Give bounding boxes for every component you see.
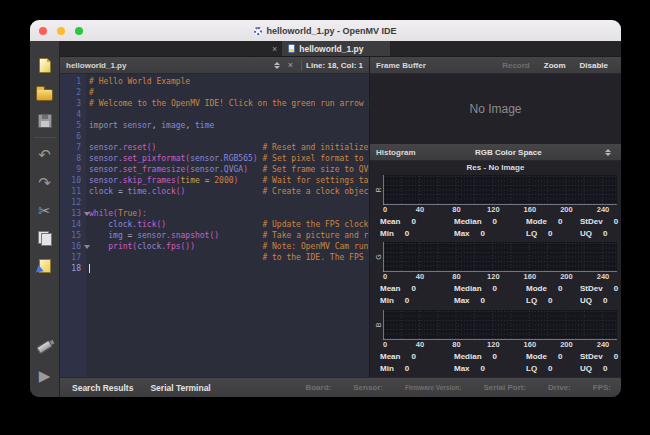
tick-label: 80: [452, 340, 460, 349]
titlebar[interactable]: helloworld_1.py - OpenMV IDE: [30, 20, 621, 41]
toolbar-separator: [34, 137, 56, 138]
stat-label: Min: [380, 229, 394, 238]
line-number: 18: [60, 263, 86, 274]
plot-row: G: [372, 242, 617, 272]
stat-median: Median0: [454, 283, 526, 294]
code-line: while(True):: [89, 208, 369, 219]
frame-buffer-view: No Image: [370, 74, 621, 144]
zoom-button[interactable]: Zoom: [537, 61, 573, 70]
maximize-window-button[interactable]: [75, 27, 83, 35]
stat-mode: Mode0: [526, 216, 580, 227]
stat-label: StDev: [580, 352, 603, 361]
color-space-dropdown-icon[interactable]: [601, 149, 615, 156]
code-line: [89, 131, 369, 142]
stat-value: 0: [548, 364, 552, 373]
stat-label: Max: [454, 364, 470, 373]
code-line: # Welcome to the OpenMV IDE! Click on th…: [89, 98, 369, 109]
code-line: sensor.reset() # Reset and initialize th…: [89, 142, 369, 153]
usb-connect-icon: [36, 340, 53, 355]
traffic-lights: [30, 27, 83, 35]
histogram-channel-R: R04080120160200240Mean0Median0Mode0StDev…: [372, 175, 617, 242]
code-editor[interactable]: 123456789101112131415161718 # Hello Worl…: [60, 74, 369, 377]
code-line: # Hello World Example: [89, 76, 369, 87]
disable-button[interactable]: Disable: [573, 61, 615, 70]
code-line: import sensor, image, time: [89, 120, 369, 131]
minimize-window-button[interactable]: [57, 27, 65, 35]
statusbar-tab-serial-terminal[interactable]: Serial Terminal: [150, 383, 210, 393]
open-file-button[interactable]: [30, 79, 60, 107]
no-image-placeholder: No Image: [469, 102, 521, 116]
stat-label: Mean: [380, 217, 400, 226]
channel-axis-label: B: [363, 319, 393, 330]
screen: helloworld_1.py - OpenMV IDE ↶↷✂▶ × hell…: [0, 0, 650, 435]
line-number: 14: [60, 219, 86, 230]
tick-label: 40: [416, 340, 424, 349]
stat-label: Mode: [526, 217, 547, 226]
tab-close-icon[interactable]: ×: [267, 41, 282, 56]
stat-stdev: StDev0: [580, 351, 618, 362]
x-axis-ticks: 04080120160200240: [383, 205, 617, 215]
paste-button[interactable]: [30, 252, 60, 280]
stat-value: 0: [548, 229, 552, 238]
close-window-button[interactable]: [39, 27, 47, 35]
fold-chevron-icon[interactable]: [84, 212, 90, 216]
editor-header: helloworld_1.py × Line: 18, Col: 1: [60, 57, 369, 74]
stat-lq: LQ0: [526, 295, 580, 306]
stat-label: Mode: [526, 284, 547, 293]
status-field: Serial Port:: [483, 383, 526, 392]
status-field: Sensor:: [353, 383, 383, 392]
tab-helloworld[interactable]: helloworld_1.py: [282, 41, 389, 56]
tick-label: 120: [487, 272, 500, 281]
line-number: 2: [60, 87, 86, 98]
histogram-plot: [383, 310, 617, 340]
copy-button[interactable]: [30, 224, 60, 252]
new-file-button[interactable]: [30, 51, 60, 79]
stat-value: 0: [405, 296, 409, 305]
code-line: sensor.skip_frames(time = 2000) # Wait f…: [89, 175, 369, 186]
code-line: clock.tick() # Update the FPS clock.: [89, 219, 369, 230]
tick-label: 40: [416, 205, 424, 214]
new-file-icon: [39, 58, 51, 73]
frame-buffer-header: Frame Buffer Record Zoom Disable: [370, 57, 621, 74]
tick-label: 160: [524, 205, 537, 214]
stat-value: 0: [405, 229, 409, 238]
save-floppy-icon: [38, 114, 52, 128]
stat-value: 0: [493, 284, 497, 293]
stat-uq: UQ0: [580, 295, 617, 306]
stat-min: Min0: [380, 295, 454, 306]
file-dropdown-icon[interactable]: [270, 62, 284, 69]
cut-button[interactable]: ✂: [30, 196, 60, 224]
stat-label: Min: [380, 296, 394, 305]
stat-label: Mean: [380, 352, 400, 361]
record-button[interactable]: Record: [495, 61, 537, 70]
color-space-select[interactable]: RGB Color Space: [416, 148, 601, 157]
editor-close-icon[interactable]: ×: [284, 60, 297, 70]
line-number: 7: [60, 142, 86, 153]
code-area[interactable]: # Hello World Example## Welcome to the O…: [86, 74, 369, 377]
tick-label: 0: [383, 205, 387, 214]
run-script-button[interactable]: ▶: [30, 361, 60, 389]
tick-label: 240: [597, 340, 610, 349]
tick-label: 240: [597, 205, 610, 214]
openmv-logo-icon: [254, 27, 262, 35]
tick-label: 0: [383, 272, 387, 281]
save-file-button[interactable]: [30, 107, 60, 135]
stats-row: Min0Max0LQ0UQ0: [372, 227, 617, 239]
redo-button[interactable]: ↷: [30, 168, 60, 196]
undo-button[interactable]: ↶: [30, 140, 60, 168]
cursor-position: Line: 18, Col: 1: [306, 61, 363, 70]
stat-max: Max0: [454, 295, 526, 306]
fold-chevron-icon[interactable]: [84, 245, 90, 249]
statusbar-tab-search-results[interactable]: Search Results: [72, 383, 133, 393]
channel-axis-label: R: [363, 185, 393, 196]
histogram-channel-G: G04080120160200240Mean0Median0Mode0StDev…: [372, 242, 617, 309]
connect-board-button[interactable]: [30, 333, 60, 361]
stat-min: Min0: [380, 363, 454, 374]
stat-value: 0: [411, 217, 415, 226]
stat-label: LQ: [526, 296, 537, 305]
code-line: [89, 197, 369, 208]
stat-mean: Mean0: [380, 216, 454, 227]
histogram-plot: [383, 175, 617, 205]
stat-mean: Mean0: [380, 351, 454, 362]
open-file-name[interactable]: helloworld_1.py: [66, 61, 126, 70]
